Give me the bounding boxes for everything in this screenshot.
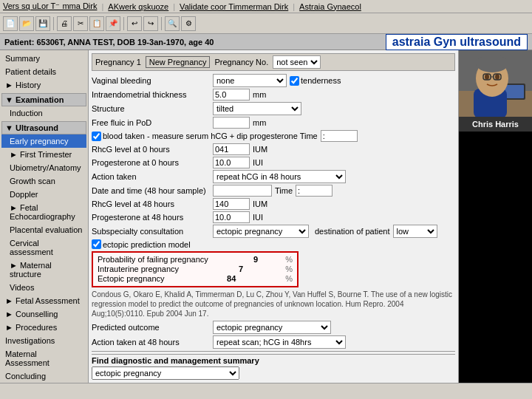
menu-item-3[interactable]: Validate coor Timmerman Dirk bbox=[180, 2, 288, 11]
pct-1: % bbox=[285, 255, 293, 264]
nav-placental[interactable]: Placental evaluation bbox=[1, 223, 86, 236]
prog-48-input[interactable] bbox=[213, 211, 250, 223]
tenderness-check[interactable]: tenderness bbox=[290, 76, 341, 86]
reference-text: Condous G, Okaro E, Khalid A, Timmerman … bbox=[92, 290, 455, 318]
nav-summary[interactable]: Summary bbox=[1, 52, 86, 65]
time2-input[interactable] bbox=[296, 185, 332, 197]
ium-4: IUI bbox=[253, 213, 263, 222]
date-48h-label: Date and time (48 hour sample) bbox=[92, 186, 210, 195]
new-pregnancy-button[interactable]: New Pregnancy bbox=[146, 56, 211, 68]
toolbar-btn-copy[interactable]: 📋 bbox=[89, 16, 104, 31]
nav-examination[interactable]: ▼ Examination bbox=[1, 93, 86, 106]
ectopic-value: 84 bbox=[214, 274, 236, 283]
menu-item-2[interactable]: AKwerk qskuoze bbox=[108, 2, 168, 11]
blood-taken-row: blood taken - measure serum hCG + dip pr… bbox=[92, 130, 455, 142]
viable-label: Probability of failing pregnancy bbox=[98, 255, 208, 264]
toolbar-btn-cut[interactable]: ✂ bbox=[73, 16, 88, 31]
prog-48-row: Progesterone at 48 hours IUI bbox=[92, 211, 455, 223]
subspecialty-row: Subspecialty consultation ectopic pregna… bbox=[92, 225, 455, 238]
blood-taken-check[interactable]: blood taken - measure serum hCG + dip pr… bbox=[92, 132, 318, 141]
main-layout: Summary Patient details ► History ▼ Exam… bbox=[0, 50, 532, 383]
summary-row: Find diagnostic and management summary bbox=[92, 356, 455, 365]
action-48h-label: Action taken at 48 hours bbox=[92, 338, 210, 347]
svg-point-6 bbox=[476, 55, 508, 72]
patient-info: Patient: 65306T, ANNA TEST, DOB 19-3an-1… bbox=[4, 38, 214, 47]
mm-unit-1: mm bbox=[253, 90, 266, 99]
destination-label: destination of patient bbox=[315, 227, 390, 236]
destination-select[interactable]: low bbox=[393, 225, 437, 238]
nav-fetal-assessment[interactable]: ► Fetal Assessment bbox=[1, 294, 86, 307]
predicted-outcome-select[interactable]: ectopic pregnancy bbox=[213, 321, 331, 334]
nav-first-trimester[interactable]: ► First Trimester bbox=[1, 148, 86, 161]
nav-fetal-echo[interactable]: ► Fetal Echocardiography bbox=[1, 201, 86, 223]
nav-videos[interactable]: Videos bbox=[1, 281, 86, 294]
viable-value: 9 bbox=[236, 255, 258, 264]
subspecialty-label: Subspecialty consultation bbox=[92, 227, 210, 236]
nav-early-pregnancy[interactable]: Early pregnancy bbox=[1, 134, 86, 148]
action-select[interactable]: repeat hCG in 48 hours bbox=[213, 170, 346, 183]
pregnancy-label: Pregnancy 1 bbox=[95, 58, 141, 66]
vaginal-bleeding-select[interactable]: none bbox=[213, 74, 287, 87]
pregnancy-number-label: Pregnancy No. bbox=[214, 58, 268, 66]
vaginal-bleeding-label: Vaginal bleeding bbox=[92, 76, 210, 85]
prediction-checkbox[interactable]: ectopic prediction model bbox=[92, 239, 191, 249]
nav-maternal-structure[interactable]: ► Maternal structure bbox=[1, 259, 86, 281]
predicted-outcome-label: Predicted outcome bbox=[92, 323, 210, 332]
summary-label: Find diagnostic and management summary bbox=[92, 356, 259, 365]
nav-ubiometry[interactable]: Ubiometry/Anatomy bbox=[1, 161, 86, 174]
ium-1: IUM bbox=[253, 145, 267, 154]
app-title: astraia Gyn ultrasound bbox=[386, 34, 528, 50]
prog-0-input[interactable] bbox=[213, 157, 250, 168]
toolbar-btn-settings[interactable]: ⚙ bbox=[181, 16, 196, 31]
summary-select[interactable]: ectopic pregnancy bbox=[92, 366, 239, 380]
toolbar-btn-print[interactable]: 🖨 bbox=[57, 16, 72, 31]
date-48h-row: Date and time (48 hour sample) Time bbox=[92, 185, 455, 197]
ectopic-label: Ectopic pregnancy bbox=[98, 274, 165, 283]
toolbar-btn-undo[interactable]: ↩ bbox=[127, 16, 142, 31]
nav-growth-scan[interactable]: Growth scan bbox=[1, 174, 86, 188]
toolbar-btn-paste[interactable]: 📌 bbox=[106, 16, 120, 31]
nav-induction[interactable]: Induction bbox=[1, 106, 86, 120]
vaginal-bleeding-row: Vaginal bleeding none tenderness bbox=[92, 74, 455, 87]
toolbar-btn-save[interactable]: 💾 bbox=[35, 16, 50, 31]
not-seen-select[interactable]: not seen bbox=[273, 55, 321, 69]
nav-procedures[interactable]: ► Procedures bbox=[1, 321, 86, 334]
nav-cervical[interactable]: Cervical assessment bbox=[1, 236, 86, 259]
nav-patient-details[interactable]: Patient details bbox=[1, 65, 86, 78]
free-fluid-input[interactable] bbox=[213, 117, 250, 129]
nav-investigations[interactable]: Investigations bbox=[1, 334, 86, 347]
action-48h-row: Action taken at 48 hours repeat scan; hC… bbox=[92, 335, 455, 349]
photo-area bbox=[459, 50, 533, 117]
menu-item-1[interactable]: Vers sq uLor T⁻ mma Dirk bbox=[3, 1, 97, 11]
endometrial-row: Intraendometrial thickness mm bbox=[92, 89, 455, 100]
menu-item-4[interactable]: Astraia Gynaecol bbox=[299, 2, 361, 11]
toolbar-btn-redo[interactable]: ↪ bbox=[143, 16, 158, 31]
ium-2: IUI bbox=[253, 158, 263, 167]
nav-maternal-assessment[interactable]: Maternal Assessment bbox=[1, 347, 86, 369]
rhcg-0-label: RhcG level at 0 hours bbox=[92, 145, 210, 154]
rhcg-48-label: RhcG level at 48 hours bbox=[92, 200, 210, 208]
nav-concluding[interactable]: Concluding bbox=[1, 369, 86, 383]
nav-ultrasound[interactable]: ▼ Ultrasound bbox=[1, 121, 86, 134]
structure-select[interactable]: tilted bbox=[213, 102, 301, 115]
ectopic-row: Ectopic pregnancy 84 % bbox=[98, 274, 293, 283]
nav-doppler[interactable]: Doppler bbox=[1, 188, 86, 201]
nav-history[interactable]: ► History bbox=[1, 78, 86, 92]
prediction-box: Probability of failing pregnancy 9 % Int… bbox=[92, 251, 299, 287]
rhcg-0-input[interactable] bbox=[213, 143, 250, 155]
subspecialty-select[interactable]: ectopic pregnancy bbox=[213, 225, 309, 238]
viable-row: Probability of failing pregnancy 9 % bbox=[98, 255, 293, 264]
endometrial-input[interactable] bbox=[213, 89, 250, 100]
toolbar-btn-open[interactable]: 📂 bbox=[19, 16, 34, 31]
content-area: Pregnancy 1 New Pregnancy Pregnancy No. … bbox=[89, 50, 458, 383]
nav-counselling[interactable]: ► Counselling bbox=[1, 307, 86, 321]
date-48h-input[interactable] bbox=[213, 185, 272, 197]
action-48h-select[interactable]: repeat scan; hCG in 48hrs bbox=[213, 335, 346, 349]
time-input[interactable] bbox=[321, 130, 358, 142]
toolbar-btn-new[interactable]: 📄 bbox=[3, 16, 18, 31]
rhcg-48-input[interactable] bbox=[213, 198, 250, 210]
free-fluid-row: Free fluic in PoD mm bbox=[92, 117, 455, 129]
person-photo bbox=[459, 50, 533, 117]
toolbar-btn-search[interactable]: 🔍 bbox=[165, 16, 180, 31]
free-fluid-label: Free fluic in PoD bbox=[92, 118, 210, 127]
